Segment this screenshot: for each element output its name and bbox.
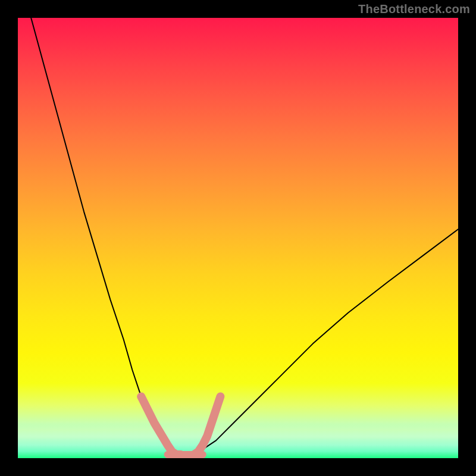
watermark-label: TheBottleneck.com bbox=[358, 2, 470, 16]
series-left-overlay-band bbox=[141, 396, 181, 455]
series-left-branch bbox=[31, 18, 172, 454]
plot-area bbox=[18, 18, 458, 458]
chart-frame: TheBottleneck.com bbox=[0, 0, 476, 476]
series-right-branch bbox=[194, 229, 458, 453]
curves-svg bbox=[18, 18, 458, 458]
